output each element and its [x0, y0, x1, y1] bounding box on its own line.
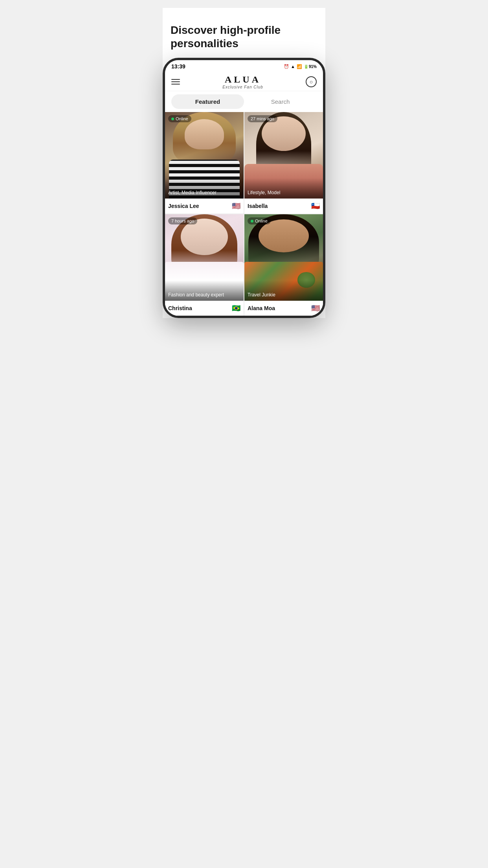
tab-search[interactable]: Search: [244, 94, 317, 109]
card-category: Lifestyle, Model: [244, 178, 323, 199]
tab-featured[interactable]: Featured: [171, 94, 244, 109]
status-time: 13:39: [171, 63, 185, 70]
flag-icon: 🇺🇸: [311, 304, 320, 313]
tabs-bar: Featured Search: [165, 91, 323, 112]
online-dot: [171, 118, 174, 120]
card-image: Online Travel Junkie: [244, 214, 323, 301]
online-badge: Online: [248, 217, 271, 224]
card-alana-moa[interactable]: Online Travel Junkie Alana Moa 🇺🇸: [244, 214, 323, 316]
app-subtitle: Exclusive Fan Club: [222, 85, 263, 89]
flag-icon: 🇧🇷: [232, 304, 240, 313]
card-name: Isabella: [248, 203, 268, 209]
signal-icon: 📶: [297, 64, 302, 69]
card-category: Fashion and beauty expert: [165, 280, 244, 301]
online-dot: [251, 220, 253, 223]
card-image: 27 mins ago Lifestyle, Model: [244, 112, 323, 199]
flag-icon: 🇨🇱: [311, 202, 320, 210]
flag-icon: 🇺🇸: [232, 202, 240, 210]
app-name: ALUA: [222, 74, 263, 85]
battery-icon: 🔋 91%: [304, 64, 317, 69]
time-badge: 7 hours ago: [168, 217, 197, 224]
card-name: Christina: [168, 305, 192, 311]
card-footer: Jessica Lee 🇺🇸: [165, 199, 244, 213]
status-icons: ⏰ ▲ 📶 🔋 91%: [284, 64, 317, 69]
wifi-icon: ▲: [291, 64, 295, 69]
card-footer: Alana Moa 🇺🇸: [244, 301, 323, 316]
hamburger-menu-button[interactable]: [171, 79, 180, 85]
online-badge: Online: [168, 115, 191, 122]
card-isabella[interactable]: 27 mins ago Lifestyle, Model Isabella 🇨🇱: [244, 112, 323, 213]
time-badge: 27 mins ago: [248, 115, 277, 122]
card-christina[interactable]: 7 hours ago Fashion and beauty expert Ch…: [165, 214, 244, 316]
card-footer: Isabella 🇨🇱: [244, 199, 323, 213]
page-title: Discover high-profile personalities: [171, 24, 317, 50]
card-jessica-lee[interactable]: Online Artist, Media Influencer Jessica …: [165, 112, 244, 213]
phone-frame: 13:39 ⏰ ▲ 📶 🔋 91% ALUA Exclu: [163, 58, 325, 318]
card-name: Jessica Lee: [168, 203, 199, 209]
card-image: 7 hours ago Fashion and beauty expert: [165, 214, 244, 301]
card-footer: Christina 🇧🇷: [165, 301, 244, 316]
alarm-icon: ⏰: [284, 64, 289, 69]
status-bar: 13:39 ⏰ ▲ 📶 🔋 91%: [165, 60, 323, 71]
app-logo: ALUA Exclusive Fan Club: [222, 74, 263, 89]
chat-button[interactable]: ○: [306, 76, 317, 87]
app-header: ALUA Exclusive Fan Club ○: [165, 71, 323, 91]
card-name: Alana Moa: [248, 305, 275, 311]
card-image: Online Artist, Media Influencer: [165, 112, 244, 199]
card-category: Travel Junkie: [244, 280, 323, 301]
card-grid: Online Artist, Media Influencer Jessica …: [165, 112, 323, 316]
card-category: Artist, Media Influencer: [165, 178, 244, 199]
